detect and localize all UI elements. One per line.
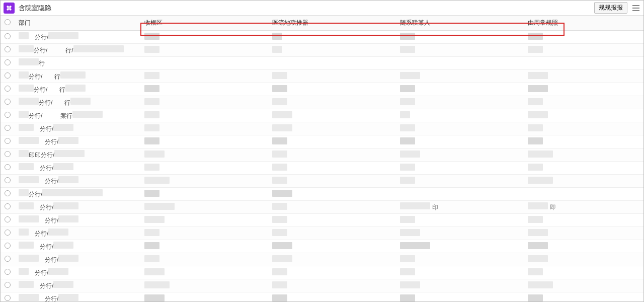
row-checkbox[interactable] (5, 190, 11, 196)
header-c2[interactable]: 收根区 (140, 16, 268, 31)
cell-c2 (140, 57, 268, 70)
table-row[interactable]: 分行/ 案行 (1, 109, 643, 122)
cell-c2 (140, 188, 268, 201)
svg-point-0 (7, 6, 9, 8)
table-row[interactable]: 分行/ (1, 266, 643, 279)
row-checkbox[interactable] (5, 256, 11, 262)
dept-label: 分行/ (29, 34, 48, 41)
cell-c5 (524, 57, 643, 70)
row-checkbox[interactable] (5, 164, 11, 170)
table-row[interactable]: 分行/ (1, 253, 643, 266)
cell-c5 (524, 266, 643, 279)
cell-dept: 行 (15, 57, 140, 70)
cell-c5 (524, 83, 643, 96)
select-all-checkbox[interactable] (5, 19, 11, 25)
row-checkbox-cell (1, 227, 15, 240)
row-checkbox[interactable] (5, 59, 11, 65)
cell-c5 (524, 279, 643, 292)
table-row[interactable]: 分行/ 行 (1, 70, 643, 83)
cell-c4 (396, 266, 524, 279)
cell-c2 (140, 31, 268, 44)
cell-c2 (140, 70, 268, 83)
row-checkbox[interactable] (5, 33, 11, 39)
cell-c2 (140, 96, 268, 109)
row-checkbox[interactable] (5, 203, 11, 209)
cell-c5 (524, 253, 643, 266)
cell-c2 (140, 214, 268, 227)
table-row[interactable]: 分行/印即 (1, 201, 643, 214)
header-c4[interactable]: 随系联某人 (396, 16, 524, 31)
dept-label: 分行/ (29, 230, 48, 237)
cell-dept: 分行/ (15, 240, 140, 253)
row-checkbox[interactable] (5, 216, 11, 222)
cell-dept: 印印分行/ (15, 148, 140, 162)
row-checkbox-cell (1, 175, 15, 188)
row-checkbox[interactable] (5, 177, 11, 183)
row-checkbox[interactable] (5, 243, 11, 249)
row-checkbox-cell (1, 266, 15, 279)
table-row[interactable]: 分行/ (1, 188, 643, 201)
table-row[interactable]: 分行/ 行 (1, 96, 643, 109)
table-row[interactable]: 分行/ (1, 227, 643, 240)
row-checkbox[interactable] (5, 269, 11, 275)
cell-c4 (396, 44, 524, 57)
menu-icon[interactable] (631, 4, 640, 13)
table-row[interactable]: 分行/ (1, 292, 643, 302)
table-row[interactable]: 分行/ 行/ (1, 44, 643, 57)
row-checkbox[interactable] (5, 86, 11, 92)
dept-label: 分行/ (34, 282, 53, 289)
row-checkbox[interactable] (5, 112, 11, 118)
cell-c5 (524, 44, 643, 57)
header-c5[interactable]: 由周常规照 (524, 16, 643, 31)
row-checkbox[interactable] (5, 99, 11, 105)
table-row[interactable]: 分行/ (1, 122, 643, 135)
dept-label: 行 (39, 60, 45, 67)
svg-point-2 (7, 8, 9, 10)
row-checkbox[interactable] (5, 125, 11, 131)
cell-c3 (268, 31, 396, 44)
row-checkbox[interactable] (5, 46, 11, 52)
dept-label: 分行/ (34, 165, 53, 172)
table-row[interactable]: 分行/ (1, 162, 643, 175)
dept-label: 分行/ (34, 204, 53, 211)
cell-value: 印 (432, 204, 438, 211)
row-checkbox[interactable] (5, 230, 11, 236)
table-row[interactable]: 分行/ (1, 135, 643, 148)
dept-label: 分行/ 行/ (34, 47, 73, 54)
dept-label: 分行/ 行 (29, 73, 60, 80)
row-checkbox[interactable] (5, 138, 11, 144)
svg-point-3 (10, 8, 12, 10)
table-row[interactable]: 分行/ (1, 240, 643, 253)
row-checkbox[interactable] (5, 282, 11, 288)
table-row[interactable]: 分行/ (1, 31, 643, 44)
header-c3[interactable]: 医流地联推器 (268, 16, 396, 31)
cell-c3 (268, 201, 396, 214)
cell-dept: 分行/ 行 (15, 96, 140, 109)
cell-dept: 分行/ (15, 253, 140, 266)
cell-c2 (140, 122, 268, 135)
cell-c3 (268, 57, 396, 70)
row-checkbox[interactable] (5, 295, 11, 301)
table-row[interactable]: 分行/ 行 (1, 83, 643, 96)
table-row[interactable]: 分行/ (1, 175, 643, 188)
cell-c3 (268, 292, 396, 302)
app-window: 含院室隐隐 规规报报 部门 收根区 医流地联推器 随系联某人 由周常规照 (0, 0, 644, 302)
header-dept[interactable]: 部门 (15, 16, 140, 31)
cell-c4 (396, 162, 524, 175)
cell-c4 (396, 148, 524, 162)
table-row[interactable]: 分行/ (1, 279, 643, 292)
table-row[interactable]: 行 (1, 57, 643, 70)
cell-dept: 分行/ (15, 266, 140, 279)
cell-c4 (396, 57, 524, 70)
cell-c5 (524, 162, 643, 175)
cell-c4: 印 (396, 201, 524, 214)
row-checkbox[interactable] (5, 151, 11, 157)
window-title: 含院室隐隐 (19, 4, 51, 13)
row-checkbox[interactable] (5, 72, 11, 79)
table-row[interactable]: 分行/ (1, 214, 643, 227)
cell-dept: 分行/ (15, 175, 140, 188)
report-button[interactable]: 规规报报 (594, 2, 627, 14)
cell-c3 (268, 162, 396, 175)
cell-c3 (268, 83, 396, 96)
table-row[interactable]: 印印分行/ (1, 148, 643, 162)
